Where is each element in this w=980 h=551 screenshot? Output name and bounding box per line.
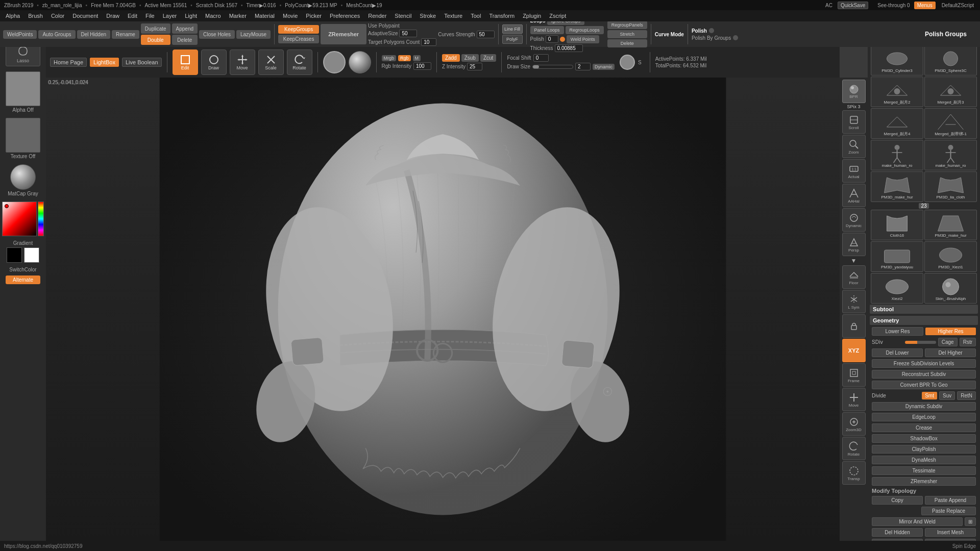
color-swatch-btn[interactable] — [2, 202, 37, 236]
zcut-button[interactable]: Zcut — [480, 54, 496, 62]
material-preview-btn[interactable] — [349, 51, 371, 73]
mrgb-button[interactable]: Mrgb — [382, 55, 397, 61]
menu-transform[interactable]: Transform — [485, 12, 518, 20]
adaptive-size-input[interactable] — [399, 30, 417, 37]
persp-dropdown-btn[interactable]: ▼ — [851, 257, 857, 264]
menu-zscript[interactable]: Zscript — [546, 12, 570, 20]
delete-button[interactable]: Delete — [172, 35, 198, 45]
zsub-button[interactable]: Zsub — [461, 54, 479, 62]
keep-creases-button[interactable]: KeepCreases — [278, 35, 319, 43]
rotate-tool-btn[interactable]: Rotate — [287, 49, 312, 75]
menu-stencil[interactable]: Stencil — [391, 12, 415, 20]
menu-picker[interactable]: Picker — [302, 12, 325, 20]
hue-bar[interactable] — [38, 202, 44, 236]
lsym-btn[interactable]: L Sym — [842, 290, 866, 313]
move-tool-btn[interactable]: Move — [230, 49, 255, 75]
alternate-button[interactable]: Alternate — [6, 276, 40, 284]
double-button[interactable]: Double — [141, 35, 170, 45]
mesh-thumb-9[interactable]: make_human_ro — [871, 140, 923, 170]
menu-layer[interactable]: Layer — [159, 12, 181, 20]
weld-points-loops-button[interactable]: Weld Points — [567, 35, 599, 43]
brush-preview-btn[interactable] — [323, 51, 346, 73]
geometry-header[interactable]: Geometry — [870, 316, 978, 325]
auto-groups-button[interactable]: Auto Groups — [38, 30, 75, 39]
mesh-thumb-6[interactable]: Merged_副月3 — [924, 77, 977, 107]
mesh-thumb-10[interactable]: make_human_ro — [924, 140, 977, 170]
dynamesh-btn[interactable]: DynaMesh — [872, 456, 976, 464]
shadowbox-btn[interactable]: ShadowBox — [872, 434, 976, 443]
regroup-panels-button[interactable]: RegroupPanels — [607, 21, 647, 29]
mesh-thumb-7[interactable]: Merged_副月4 — [871, 108, 923, 139]
home-page-tab[interactable]: Home Page — [50, 58, 87, 67]
mesh-thumb-3[interactable]: PM3D_Cylinder3 — [871, 45, 923, 76]
menu-edit[interactable]: Edit — [124, 12, 141, 20]
edit-tool-btn[interactable]: Edit — [173, 49, 198, 75]
keep-groups-button[interactable]: KeepGroups — [278, 25, 319, 34]
z-intensity-input[interactable] — [467, 63, 482, 70]
mesh-thumb-17[interactable]: Xiezi2 — [871, 273, 923, 304]
xyz-btn[interactable]: XYZ — [842, 339, 866, 362]
menus-button[interactable]: Menus — [914, 2, 936, 9]
quicksave-button[interactable]: QuickSave — [838, 2, 868, 9]
scroll-btn[interactable]: Scroll — [842, 110, 866, 134]
zadd-button[interactable]: Zadd — [442, 54, 460, 62]
live-boolean-tab[interactable]: Live Boolean — [122, 58, 162, 67]
zremesher-right-btn[interactable]: ZRemesher — [872, 477, 976, 486]
close-holes-button[interactable]: Close Holes — [199, 30, 235, 39]
menu-macro[interactable]: Macro — [202, 12, 225, 20]
stretch-button[interactable]: Stretch — [607, 30, 647, 38]
cage-btn[interactable]: Cage — [938, 338, 958, 346]
menu-zplugin[interactable]: Zplugin — [519, 12, 545, 20]
alpha-preview-btn[interactable] — [6, 71, 40, 106]
draw-tool-btn[interactable]: Draw — [201, 49, 227, 75]
copy-btn[interactable]: Copy — [872, 496, 923, 505]
dynamic-subdiv-btn[interactable]: Dynamic Subdiv — [872, 402, 976, 411]
actual-btn[interactable]: 1:1 Actual — [842, 159, 866, 183]
del-higher-btn[interactable]: Del Higher — [925, 348, 976, 357]
del-lower-btn[interactable]: Del Lower — [872, 348, 923, 357]
aahal-btn[interactable]: AAHal — [842, 184, 866, 207]
menu-material[interactable]: Material — [251, 12, 278, 20]
move-nav-btn[interactable]: Move — [842, 388, 866, 411]
canvas-area[interactable]: 0.25,-0.041,0.024 — [46, 78, 840, 541]
menu-draw[interactable]: Draw — [103, 12, 123, 20]
paste-replace-btn[interactable]: Paste Replace — [921, 507, 976, 515]
frame-btn[interactable]: Frame — [842, 363, 866, 387]
mesh-thumb-12[interactable]: PM3D_lia_cloth — [924, 171, 977, 202]
panel-loops-button[interactable]: Panel Loops — [530, 26, 564, 34]
paste-append-btn[interactable]: Paste Append — [925, 496, 976, 505]
rename-button[interactable]: Rename — [112, 30, 139, 39]
dynamic-button[interactable]: Dynamic — [593, 64, 615, 70]
zoom3d-btn[interactable]: Zoom3D — [842, 412, 866, 436]
menu-texture[interactable]: Texture — [440, 12, 466, 20]
rotate-nav-btn[interactable]: Rotate — [842, 437, 866, 460]
mesh-thumb-11[interactable]: PM3D_make_hur — [871, 171, 923, 202]
menu-file[interactable]: File — [142, 12, 158, 20]
matcap-preview-btn[interactable] — [10, 164, 36, 190]
mirror-weld-btn[interactable]: Mirror And Weld — [872, 517, 963, 526]
m-button[interactable]: M — [413, 55, 421, 61]
mesh-thumb-5[interactable]: Merged_副月2 — [871, 77, 923, 107]
append-button[interactable]: Append — [172, 23, 198, 34]
mesh-thumb-16[interactable]: PM3D_Xiezi1 — [924, 241, 977, 272]
transp-btn[interactable]: Transp — [842, 461, 866, 485]
edgeloop-btn[interactable]: EdgeLoop — [872, 413, 976, 421]
higher-res-btn[interactable]: Higher Res — [925, 328, 976, 335]
menu-light[interactable]: Light — [181, 12, 201, 20]
menu-alpha[interactable]: Alpha — [2, 12, 23, 20]
menu-stroke[interactable]: Stroke — [416, 12, 439, 20]
mesh-thumb-18[interactable]: Skin_-BrushAlph — [924, 273, 977, 304]
menu-brush[interactable]: Brush — [24, 12, 46, 20]
menu-render[interactable]: Render — [364, 12, 390, 20]
zremesher-button[interactable]: ZRemesher — [321, 24, 366, 44]
lower-res-btn[interactable]: Lower Res — [872, 327, 923, 336]
rgb-button[interactable]: Rgb — [398, 55, 411, 61]
lightbox-tab[interactable]: LightBox — [90, 58, 119, 67]
lazy-mouse-button[interactable]: LazyMouse — [236, 30, 271, 39]
lock-btn[interactable] — [842, 314, 866, 338]
menu-movie[interactable]: Movie — [279, 12, 301, 20]
dynamic-view-btn[interactable]: Dynamic — [842, 208, 866, 232]
dot-control-btn[interactable] — [620, 55, 635, 70]
draw-size-input[interactable] — [575, 63, 591, 70]
mesh-thumb-8[interactable]: Merged_副带绑-1 — [924, 108, 977, 139]
